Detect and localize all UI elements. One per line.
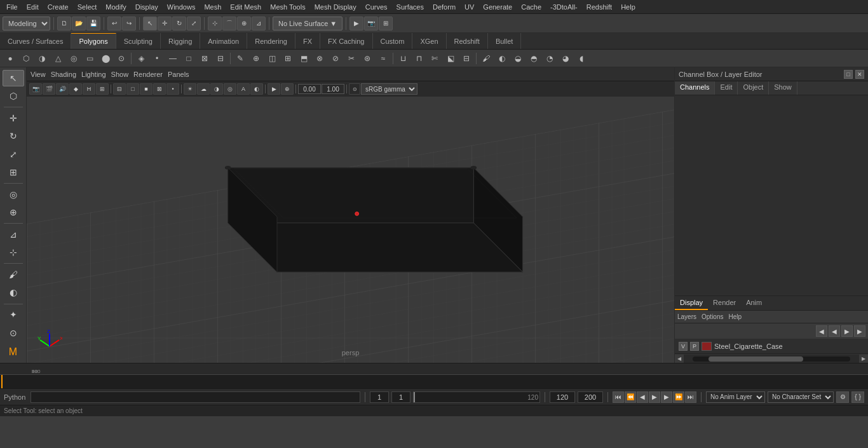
panel-float-btn[interactable]: □ xyxy=(844,70,853,79)
undo-btn[interactable]: ↩ xyxy=(107,17,121,31)
layer-visibility[interactable]: V xyxy=(679,342,688,351)
bevel-btn[interactable]: ◫ xyxy=(264,51,280,66)
vp-view[interactable]: View xyxy=(31,71,46,78)
vpt-coord-x[interactable]: 0.00 xyxy=(298,84,321,94)
menu-cache[interactable]: Cache xyxy=(517,2,545,12)
pen-tool-btn[interactable]: ✎ xyxy=(233,51,248,66)
layer-arrow-right2[interactable]: ▶ xyxy=(854,325,865,337)
move-tool[interactable]: ✛ xyxy=(3,110,24,126)
scroll-thumb[interactable] xyxy=(709,356,803,362)
display-settings[interactable]: ⊙ xyxy=(3,325,24,341)
vpt-dof[interactable]: ◐ xyxy=(250,83,263,95)
menu-redshift[interactable]: Redshift xyxy=(583,2,616,12)
layer-tab-display[interactable]: Display xyxy=(675,296,708,310)
scroll-left[interactable]: ◀ xyxy=(675,355,684,363)
menu-create[interactable]: Create xyxy=(44,2,72,12)
vpt-film[interactable]: 🎬 xyxy=(43,83,55,95)
vpt-bounding[interactable]: ⊠ xyxy=(153,83,166,95)
vp-shading[interactable]: Shading xyxy=(51,71,76,78)
snap-surface-btn[interactable]: ⊿ xyxy=(252,17,266,31)
vpt-marker[interactable]: ◆ xyxy=(69,83,82,95)
uv-mode-btn[interactable]: ⊠ xyxy=(197,51,212,66)
panel-close-btn[interactable]: ✕ xyxy=(855,70,864,79)
playhead[interactable] xyxy=(1,375,3,388)
viewport-canvas[interactable]: persp X Y Z xyxy=(27,97,674,363)
layer-opt-layers[interactable]: Layers xyxy=(677,313,696,320)
vpt-ipr[interactable]: ▶ xyxy=(268,83,280,95)
torus-icon-btn[interactable]: ◎ xyxy=(66,51,81,66)
tab-show[interactable]: Show xyxy=(769,81,797,95)
vpt-coord-y[interactable]: 1.00 xyxy=(322,84,344,94)
vp-renderer[interactable]: Renderer xyxy=(133,71,163,78)
vpt-ao[interactable]: ◎ xyxy=(224,83,236,95)
universal-manip[interactable]: ⊞ xyxy=(3,164,24,180)
layer-item[interactable]: V P Steel_Cigarette_Case xyxy=(675,339,868,354)
face-mode-btn[interactable]: □ xyxy=(181,51,196,66)
menu-mesh-tools[interactable]: Mesh Tools xyxy=(266,2,309,12)
menu-file[interactable]: File xyxy=(3,2,22,12)
attr-tools[interactable]: ⊹ xyxy=(3,244,24,261)
colorspace-dropdown[interactable]: sRGB gamma xyxy=(361,83,417,95)
timeline-slider[interactable]: 120 xyxy=(413,391,540,403)
vpt-flat[interactable]: ■ xyxy=(140,83,153,95)
extrude-btn[interactable]: ⬒ xyxy=(296,51,311,66)
smooth-btn[interactable]: ≈ xyxy=(376,51,391,66)
pb-start[interactable]: ⏮ xyxy=(613,391,624,403)
mode-dropdown[interactable]: Modeling xyxy=(3,17,50,31)
split-btn[interactable]: ⊘ xyxy=(328,51,343,66)
pb-play[interactable]: ▶ xyxy=(649,391,660,403)
anim-layer-dropdown[interactable]: No Anim Layer xyxy=(706,391,765,403)
layout-btn[interactable]: ⊓ xyxy=(411,51,426,66)
pb-forward[interactable]: ▶ xyxy=(661,391,672,403)
menu-select[interactable]: Select xyxy=(74,2,101,12)
tab-custom[interactable]: Custom xyxy=(373,33,413,49)
layer-arrow-left2[interactable]: ◀ xyxy=(829,325,840,337)
foamy-btn[interactable]: ◖ xyxy=(574,51,589,66)
live-surface-btn[interactable]: No Live Surface ▼ xyxy=(273,17,342,31)
snap-grid-btn[interactable]: ⊹ xyxy=(208,17,222,31)
vpt-point[interactable]: • xyxy=(166,83,179,95)
vp-panels[interactable]: Panels xyxy=(168,71,189,78)
script-editor-btn[interactable]: { } xyxy=(851,391,864,403)
layer-opt-options[interactable]: Options xyxy=(702,313,723,320)
scale-tool[interactable]: ⤢ xyxy=(3,146,24,163)
bridge-btn[interactable]: ⊞ xyxy=(280,51,295,66)
menu-uv[interactable]: UV xyxy=(461,2,478,12)
vpt-colorspace-icon[interactable]: ⊙ xyxy=(349,83,360,95)
range-end[interactable]: 120 xyxy=(550,391,575,403)
move-tool-btn[interactable]: ✛ xyxy=(158,17,172,31)
tab-fx[interactable]: FX xyxy=(295,33,320,49)
rotate-tool[interactable]: ↻ xyxy=(3,128,24,144)
snap-align[interactable]: ⊿ xyxy=(3,226,24,243)
menu-edit-mesh[interactable]: Edit Mesh xyxy=(226,2,265,12)
layer-playback[interactable]: P xyxy=(690,342,699,351)
paint-btn[interactable]: 🖌 xyxy=(478,51,494,66)
vpt-shadow[interactable]: ◑ xyxy=(210,83,223,95)
vpt-grid[interactable]: ⊞ xyxy=(96,83,109,95)
soft-select[interactable]: ◎ xyxy=(3,186,24,203)
new-btn[interactable]: 🗋 xyxy=(57,17,71,31)
menu-mesh-display[interactable]: Mesh Display xyxy=(311,2,360,12)
pb-back[interactable]: ◀ xyxy=(637,391,648,403)
disk-icon-btn[interactable]: ⬤ xyxy=(98,51,113,66)
menu-windows[interactable]: Windows xyxy=(163,2,200,12)
menu-3dtoall[interactable]: -3DtoAll- xyxy=(546,2,581,12)
vpt-smooth[interactable]: □ xyxy=(126,83,139,95)
scroll-right[interactable]: ▶ xyxy=(859,355,868,363)
select-tool-btn[interactable]: ↖ xyxy=(143,17,157,31)
vpt-aa[interactable]: A xyxy=(237,83,250,95)
pinch-btn[interactable]: ◔ xyxy=(542,51,557,66)
layer-tab-anim[interactable]: Anim xyxy=(741,296,767,310)
tab-animation[interactable]: Animation xyxy=(200,33,247,49)
uv-editor-btn[interactable]: ⊟ xyxy=(459,51,474,66)
paint-effects[interactable]: 🖌 xyxy=(3,266,24,283)
pb-step-forward[interactable]: ⏩ xyxy=(673,391,684,403)
layer-color-swatch[interactable] xyxy=(702,342,712,351)
menu-edit[interactable]: Edit xyxy=(23,2,43,12)
cut-seam-btn[interactable]: ✄ xyxy=(427,51,442,66)
scale-tool-btn[interactable]: ⤢ xyxy=(187,17,201,31)
sculpt-btn[interactable]: ◐ xyxy=(494,51,510,66)
cut-btn[interactable]: ✂ xyxy=(344,51,359,66)
multi-mode-btn[interactable]: ⊟ xyxy=(213,51,228,66)
layer-opt-help[interactable]: Help xyxy=(728,313,742,320)
